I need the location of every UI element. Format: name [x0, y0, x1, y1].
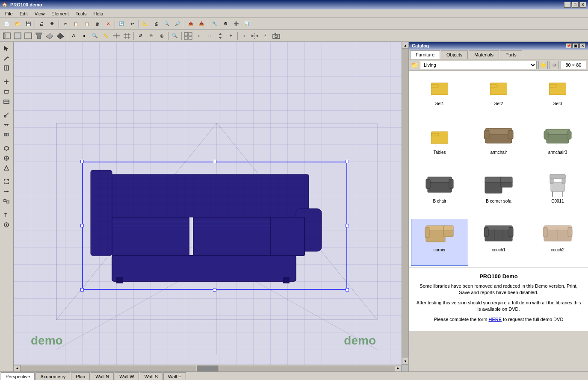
menu-item-element[interactable]: Element — [48, 10, 72, 17]
tab-wall-w[interactable]: Wall W — [115, 372, 139, 380]
handle-bottom-right[interactable] — [346, 288, 349, 292]
tab-wall-e[interactable]: Wall E — [163, 372, 186, 380]
handle-bottom-left[interactable] — [80, 288, 84, 292]
orbit-btn[interactable]: ⊕ — [146, 31, 156, 41]
print2-button[interactable]: 🖨 — [151, 19, 161, 29]
handle-middle-right[interactable] — [346, 224, 349, 227]
scroll-left-button[interactable]: ◄ — [14, 365, 21, 372]
sofa-object[interactable] — [82, 162, 347, 290]
search-btn[interactable]: 🔍 — [90, 31, 100, 41]
tab-wall-n[interactable]: Wall N — [91, 372, 114, 380]
cancel-button[interactable]: ✕ — [103, 19, 113, 29]
tool10[interactable] — [1, 144, 12, 153]
viewport[interactable]: demo demo — [14, 42, 402, 365]
catalog-restore-button[interactable]: ▣ — [573, 43, 579, 48]
tool6[interactable] — [1, 97, 12, 106]
export-button[interactable]: 📤 — [186, 19, 196, 29]
tool9[interactable] — [1, 130, 12, 139]
catalog-item-bcorner[interactable]: B corner sofa — [470, 170, 527, 217]
tab-objects[interactable]: Objects — [441, 50, 468, 59]
sigma-btn[interactable]: Σ — [260, 31, 271, 41]
catalog-pin-button[interactable]: 📌 — [566, 43, 572, 48]
dot-btn[interactable]: ● — [79, 31, 89, 41]
plus-btn[interactable]: + — [226, 31, 236, 41]
rotate-btn[interactable]: ↺ — [135, 31, 145, 41]
tool5[interactable] — [1, 87, 12, 96]
tab-plan[interactable]: Plan — [71, 372, 90, 380]
scroll-right-button[interactable]: ► — [395, 365, 402, 372]
horizontal-scrollbar[interactable]: ◄ ► — [14, 365, 402, 371]
move-btn[interactable] — [215, 31, 225, 41]
scroll-thumb[interactable] — [197, 365, 219, 371]
settings-button[interactable]: 🔧 — [210, 19, 220, 29]
catalog-close-button[interactable]: ✕ — [579, 43, 585, 48]
handle-top-left[interactable] — [80, 160, 84, 163]
tool17[interactable] — [1, 220, 12, 230]
catalog-item-bchair[interactable]: B chair — [411, 170, 468, 217]
vertical-scrollbar[interactable]: ▲ ▼ — [402, 42, 408, 365]
maximize-button[interactable]: □ — [572, 2, 579, 8]
catalog-item-c0011[interactable]: C0011 — [529, 170, 586, 217]
zoom-btn[interactable]: 🔍 — [170, 31, 180, 41]
flip-btn[interactable]: ↕ — [239, 31, 249, 41]
catalog-item-corner[interactable]: corner — [411, 219, 468, 266]
align-btn[interactable]: ↕ — [194, 31, 204, 41]
tool13[interactable] — [1, 177, 12, 186]
catalog-item-couch2[interactable]: couch2 — [529, 219, 586, 266]
preview-button[interactable]: 👁 — [47, 19, 57, 29]
tool11[interactable] — [1, 153, 12, 163]
handle-top-right[interactable] — [346, 160, 349, 163]
open-button[interactable]: 📂 — [12, 19, 23, 29]
zoom2-button[interactable]: 🔎 — [172, 19, 183, 29]
save-button[interactable]: 💾 — [23, 19, 33, 29]
menu-item-tools[interactable]: Tools — [72, 10, 90, 17]
view-render[interactable] — [55, 31, 65, 41]
report-button[interactable]: 📊 — [242, 19, 252, 29]
scroll-v-track[interactable] — [402, 49, 408, 358]
dist-btn[interactable]: ↔ — [204, 31, 215, 41]
minimize-button[interactable]: ─ — [564, 2, 571, 8]
here-link[interactable]: HERE — [488, 317, 502, 322]
measure-button[interactable]: 📐 — [140, 19, 151, 29]
print-button[interactable]: 🖨 — [36, 19, 47, 29]
undo-button[interactable]: ↩ — [127, 19, 137, 29]
scroll-up-button[interactable]: ▲ — [402, 42, 408, 49]
grid-btn[interactable] — [122, 31, 132, 41]
tab-axonometry[interactable]: Axonometry — [35, 372, 70, 380]
catalog-item-armchair3[interactable]: armchair3 — [529, 121, 586, 168]
view3d-button[interactable] — [2, 31, 12, 41]
catalog-item-couch1[interactable]: couch1 — [470, 219, 527, 266]
menu-item-edit[interactable]: Edit — [16, 10, 31, 17]
catalog-item-armchair[interactable]: armchair — [470, 121, 527, 168]
add-button[interactable]: ➕ — [231, 19, 241, 29]
options-button[interactable]: ⚙ — [220, 19, 230, 29]
add-category-button[interactable]: 🌟 — [538, 61, 548, 69]
view-solid[interactable] — [34, 31, 44, 41]
tool8[interactable] — [1, 120, 12, 130]
tool14[interactable] — [1, 187, 12, 196]
text-btn[interactable]: A — [68, 31, 79, 41]
menu-item-view[interactable]: View — [31, 10, 48, 17]
target-btn[interactable]: ◎ — [157, 31, 167, 41]
menu-item-file[interactable]: File — [2, 10, 16, 17]
edit-tool[interactable] — [1, 53, 12, 63]
size-input[interactable] — [561, 61, 586, 69]
ruler2-btn[interactable] — [111, 31, 121, 41]
category-dropdown[interactable]: Living Bedroom Kitchen Office — [420, 61, 537, 69]
catalog-item-tables[interactable]: Tables — [411, 121, 468, 168]
tool12[interactable] — [1, 163, 12, 173]
close-button[interactable]: ✕ — [579, 2, 586, 8]
new-button[interactable]: 📄 — [2, 19, 12, 29]
tab-parts[interactable]: Parts — [500, 50, 522, 59]
view-front[interactable] — [12, 31, 23, 41]
copy-button[interactable]: 📋 — [71, 19, 81, 29]
tool16[interactable]: T — [1, 210, 12, 220]
tool3[interactable] — [1, 63, 12, 73]
ruler-btn[interactable]: 📏 — [100, 31, 111, 41]
scroll-down-button[interactable]: ▼ — [402, 358, 408, 365]
refresh-button[interactable]: 🔄 — [116, 19, 127, 29]
view-mode-button[interactable]: ⊞ — [550, 61, 559, 69]
menu-item-help[interactable]: Help — [90, 10, 106, 17]
handle-bottom-middle[interactable] — [213, 288, 216, 292]
zoomfit-button[interactable]: 🔍 — [162, 19, 172, 29]
